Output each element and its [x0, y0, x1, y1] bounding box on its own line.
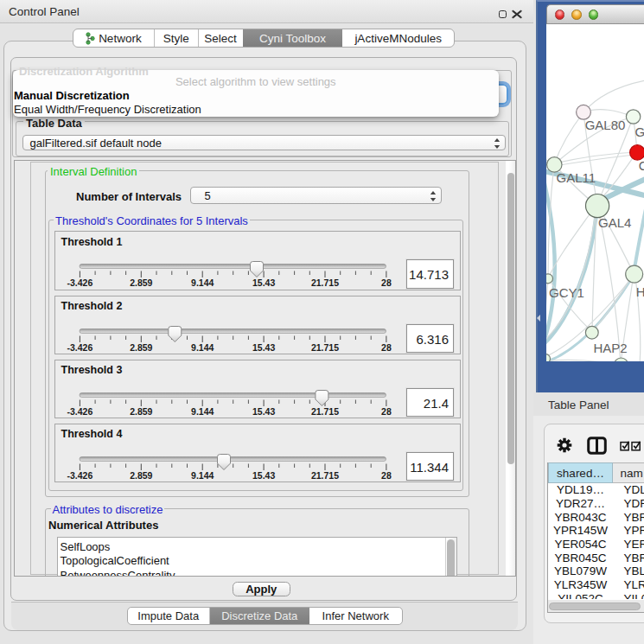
svg-text:-3.426: -3.426	[67, 277, 92, 288]
svg-text:-3.426: -3.426	[67, 405, 92, 416]
svg-text:9.144: 9.144	[191, 341, 214, 352]
svg-text:15.43: 15.43	[252, 469, 274, 480]
svg-text:HAP2: HAP2	[593, 341, 627, 355]
svg-text:9.144: 9.144	[191, 405, 214, 416]
svg-text:15.43: 15.43	[252, 341, 274, 352]
svg-text:2.859: 2.859	[130, 277, 152, 288]
svg-text:GA: GA	[634, 124, 644, 139]
svg-text:9.144: 9.144	[191, 277, 214, 288]
svg-text:21.715: 21.715	[310, 469, 338, 480]
svg-text:21.715: 21.715	[310, 277, 338, 288]
svg-text:-3.426: -3.426	[67, 469, 92, 480]
svg-text:21.715: 21.715	[310, 405, 338, 416]
svg-text:2.859: 2.859	[130, 405, 152, 416]
svg-text:2.859: 2.859	[130, 341, 152, 352]
svg-text:GAL4: GAL4	[598, 215, 631, 230]
svg-text:15.43: 15.43	[252, 277, 274, 288]
svg-text:28: 28	[381, 277, 392, 288]
svg-text:9.144: 9.144	[191, 469, 214, 480]
svg-text:H: H	[636, 284, 644, 299]
svg-text:28: 28	[381, 405, 392, 416]
svg-text:GAL80: GAL80	[585, 118, 626, 132]
svg-text:GCY1: GCY1	[549, 285, 584, 300]
svg-text:21.715: 21.715	[310, 341, 338, 352]
svg-text:-3.426: -3.426	[67, 341, 92, 352]
svg-text:C: C	[639, 158, 644, 173]
svg-text:2.859: 2.859	[130, 469, 152, 480]
svg-text:28: 28	[381, 341, 392, 352]
svg-text:GAL11: GAL11	[557, 170, 596, 185]
svg-text:15.43: 15.43	[252, 405, 274, 416]
svg-text:28: 28	[381, 469, 392, 480]
